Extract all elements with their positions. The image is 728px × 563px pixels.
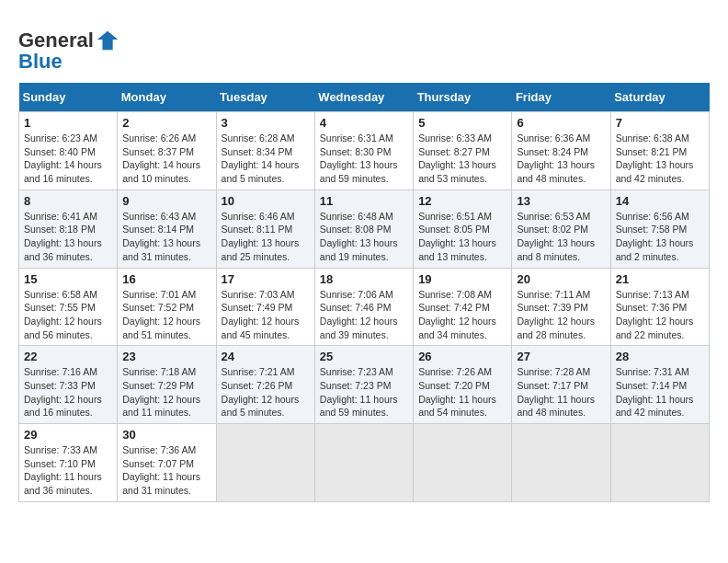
logo: General Blue [18,28,121,74]
day-info: Sunrise: 6:28 AMSunset: 8:34 PMDaylight:… [222,132,310,186]
day-number: 24 [222,350,310,363]
calendar-cell: 16Sunrise: 7:01 AMSunset: 7:52 PMDayligh… [118,268,216,346]
day-info: Sunrise: 7:21 AMSunset: 7:26 PMDaylight:… [222,365,310,419]
calendar-cell: 20Sunrise: 7:11 AMSunset: 7:39 PMDayligh… [512,268,610,346]
day-number: 16 [122,272,210,286]
day-number: 19 [418,272,506,286]
calendar-week-row: 15Sunrise: 6:58 AMSunset: 7:55 PMDayligh… [19,268,710,346]
day-info: Sunrise: 7:13 AMSunset: 7:36 PMDaylight:… [616,288,704,342]
day-number: 30 [122,428,210,442]
day-info: Sunrise: 7:36 AMSunset: 7:07 PMDaylight:… [122,443,210,498]
day-info: Sunrise: 7:31 AMSunset: 7:14 PMDaylight:… [616,365,704,419]
calendar-week-row: 8Sunrise: 6:41 AMSunset: 8:18 PMDaylight… [19,190,710,268]
weekday-header-sunday: Sunday [19,83,118,112]
calendar-cell: 4Sunrise: 6:31 AMSunset: 8:30 PMDaylight… [314,112,413,190]
day-number: 11 [320,194,408,208]
calendar-cell: 11Sunrise: 6:48 AMSunset: 8:08 PMDayligh… [314,190,413,268]
day-info: Sunrise: 6:53 AMSunset: 8:02 PMDaylight:… [517,210,605,264]
weekday-header-monday: Monday [118,83,216,112]
day-number: 1 [24,116,112,130]
day-number: 12 [418,194,506,208]
day-number: 10 [222,194,310,208]
day-info: Sunrise: 7:06 AMSunset: 7:46 PMDaylight:… [320,288,408,342]
calendar-cell: 23Sunrise: 7:18 AMSunset: 7:29 PMDayligh… [118,346,216,424]
day-number: 28 [616,350,704,363]
day-number: 8 [24,194,112,208]
calendar-cell: 6Sunrise: 6:36 AMSunset: 8:24 PMDaylight… [512,112,610,190]
day-info: Sunrise: 6:46 AMSunset: 8:11 PMDaylight:… [222,210,310,264]
calendar-cell: 3Sunrise: 6:28 AMSunset: 8:34 PMDaylight… [216,112,314,190]
day-info: Sunrise: 7:03 AMSunset: 7:49 PMDaylight:… [222,288,310,342]
day-info: Sunrise: 6:33 AMSunset: 8:27 PMDaylight:… [418,132,506,186]
weekday-header-wednesday: Wednesday [314,83,413,112]
day-info: Sunrise: 7:23 AMSunset: 7:23 PMDaylight:… [320,365,408,419]
day-number: 29 [24,428,112,442]
day-number: 18 [320,272,408,286]
day-info: Sunrise: 6:23 AMSunset: 8:40 PMDaylight:… [24,132,112,186]
day-info: Sunrise: 6:56 AMSunset: 7:58 PMDaylight:… [616,210,704,264]
calendar-cell: 29Sunrise: 7:33 AMSunset: 7:10 PMDayligh… [19,424,118,502]
calendar-cell: 2Sunrise: 6:26 AMSunset: 8:37 PMDaylight… [118,112,216,190]
calendar-cell [414,424,512,502]
day-number: 20 [517,272,605,286]
day-number: 6 [517,116,605,130]
weekday-header-thursday: Thursday [414,83,512,112]
day-number: 3 [222,116,310,130]
day-number: 21 [616,272,704,286]
calendar-cell: 1Sunrise: 6:23 AMSunset: 8:40 PMDaylight… [19,112,118,190]
calendar-cell: 17Sunrise: 7:03 AMSunset: 7:49 PMDayligh… [216,268,314,346]
day-info: Sunrise: 7:08 AMSunset: 7:42 PMDaylight:… [418,288,506,342]
calendar-cell: 26Sunrise: 7:26 AMSunset: 7:20 PMDayligh… [414,346,512,424]
day-info: Sunrise: 7:26 AMSunset: 7:20 PMDaylight:… [418,365,506,419]
page-header: General Blue [18,18,710,74]
calendar-cell: 9Sunrise: 6:43 AMSunset: 8:14 PMDaylight… [118,190,216,268]
day-info: Sunrise: 6:36 AMSunset: 8:24 PMDaylight:… [517,132,605,186]
day-number: 27 [517,350,605,363]
calendar-cell: 30Sunrise: 7:36 AMSunset: 7:07 PMDayligh… [118,424,216,502]
day-info: Sunrise: 6:51 AMSunset: 8:05 PMDaylight:… [418,210,506,264]
day-number: 17 [222,272,310,286]
day-number: 25 [320,350,408,363]
weekday-header-tuesday: Tuesday [216,83,314,112]
calendar-cell [314,424,413,502]
svg-marker-0 [97,31,118,51]
calendar-cell: 15Sunrise: 6:58 AMSunset: 7:55 PMDayligh… [19,268,118,346]
day-number: 14 [616,194,704,208]
day-info: Sunrise: 6:58 AMSunset: 7:55 PMDaylight:… [24,288,112,342]
calendar-cell: 27Sunrise: 7:28 AMSunset: 7:17 PMDayligh… [512,346,610,424]
day-number: 7 [616,116,704,130]
day-info: Sunrise: 7:18 AMSunset: 7:29 PMDaylight:… [122,365,210,419]
day-info: Sunrise: 6:38 AMSunset: 8:21 PMDaylight:… [616,132,704,186]
day-info: Sunrise: 6:48 AMSunset: 8:08 PMDaylight:… [320,210,408,264]
calendar-cell: 5Sunrise: 6:33 AMSunset: 8:27 PMDaylight… [414,112,512,190]
calendar-cell: 10Sunrise: 6:46 AMSunset: 8:11 PMDayligh… [216,190,314,268]
day-info: Sunrise: 6:31 AMSunset: 8:30 PMDaylight:… [320,132,408,186]
day-number: 2 [122,116,210,130]
calendar-cell: 21Sunrise: 7:13 AMSunset: 7:36 PMDayligh… [610,268,709,346]
calendar-cell [216,424,314,502]
calendar-cell [512,424,610,502]
day-number: 26 [418,350,506,363]
calendar-table: SundayMondayTuesdayWednesdayThursdayFrid… [18,83,710,502]
calendar-cell: 12Sunrise: 6:51 AMSunset: 8:05 PMDayligh… [414,190,512,268]
calendar-cell: 19Sunrise: 7:08 AMSunset: 7:42 PMDayligh… [414,268,512,346]
calendar-cell: 8Sunrise: 6:41 AMSunset: 8:18 PMDaylight… [19,190,118,268]
day-number: 5 [418,116,506,130]
day-info: Sunrise: 7:16 AMSunset: 7:33 PMDaylight:… [24,365,112,419]
day-number: 15 [24,272,112,286]
day-number: 13 [517,194,605,208]
day-number: 4 [320,116,408,130]
logo-text: General [18,29,94,52]
calendar-cell: 28Sunrise: 7:31 AMSunset: 7:14 PMDayligh… [610,346,709,424]
calendar-cell: 13Sunrise: 6:53 AMSunset: 8:02 PMDayligh… [512,190,610,268]
day-info: Sunrise: 6:26 AMSunset: 8:37 PMDaylight:… [122,132,210,186]
weekday-header-friday: Friday [512,83,610,112]
day-number: 9 [122,194,210,208]
calendar-cell [610,424,709,502]
day-number: 22 [24,350,112,363]
day-info: Sunrise: 7:11 AMSunset: 7:39 PMDaylight:… [517,288,605,342]
calendar-cell: 22Sunrise: 7:16 AMSunset: 7:33 PMDayligh… [19,346,118,424]
calendar-cell: 25Sunrise: 7:23 AMSunset: 7:23 PMDayligh… [314,346,413,424]
weekday-header-row: SundayMondayTuesdayWednesdayThursdayFrid… [19,83,710,112]
calendar-cell: 7Sunrise: 6:38 AMSunset: 8:21 PMDaylight… [610,112,709,190]
